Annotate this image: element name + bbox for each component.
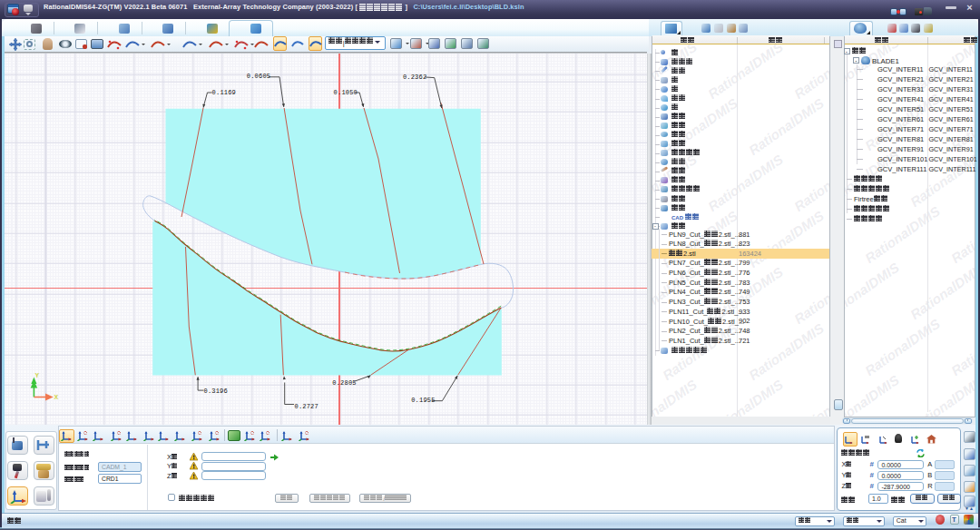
svg-text:0.1169: 0.1169	[212, 89, 236, 96]
svg-text:Y: Y	[35, 372, 40, 378]
svg-text:0.1955: 0.1955	[411, 397, 435, 404]
svg-text:0.2805: 0.2805	[332, 379, 356, 387]
svg-text:0.2727: 0.2727	[295, 403, 318, 410]
svg-text:0.2362: 0.2362	[403, 74, 426, 81]
svg-text:0.1050: 0.1050	[334, 89, 358, 96]
svg-text:0.0605: 0.0605	[247, 73, 270, 80]
svg-text:0.3196: 0.3196	[204, 388, 228, 395]
svg-text:X: X	[54, 394, 59, 400]
